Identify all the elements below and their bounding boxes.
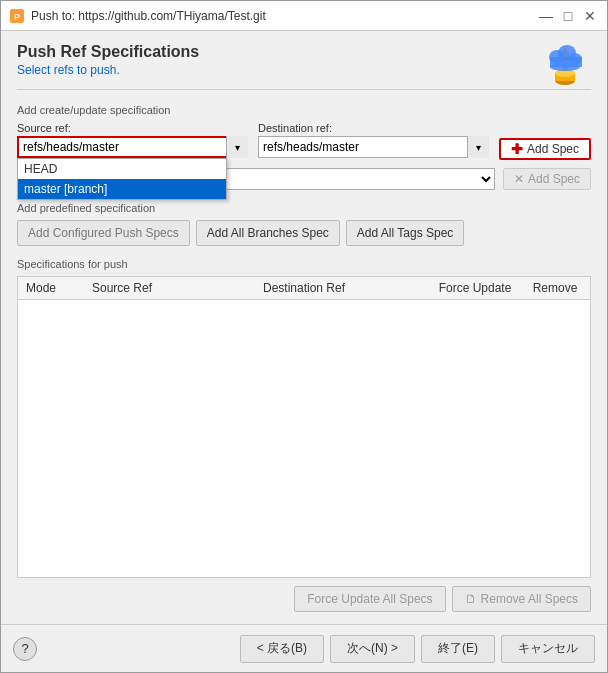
configured-label: Add Configured Push Specs — [28, 226, 179, 240]
add-spec-btn-wrapper: ✚ Add Spec — [499, 122, 591, 160]
divider-top — [17, 89, 591, 90]
ref-form-row: Source ref: ▾ HEAD master [branch] — [17, 122, 591, 160]
add-create-label: Add create/update specification — [17, 104, 591, 116]
footer-left: ? — [13, 637, 37, 661]
col-header-source: Source Ref — [88, 281, 259, 295]
dest-ref-input[interactable] — [258, 136, 489, 158]
source-ref-input-wrapper: ▾ — [17, 136, 248, 158]
add-spec-plus-icon: ✚ — [511, 141, 523, 157]
dest-ref-label: Destination ref: — [258, 122, 489, 134]
source-ref-dropdown-list: HEAD master [branch] — [17, 158, 227, 200]
back-button[interactable]: < 戻る(B) — [240, 635, 324, 663]
specs-table-body — [18, 300, 590, 577]
add-spec-label: Add Spec — [527, 142, 579, 156]
predefined-buttons: Add Configured Push Specs Add All Branch… — [17, 220, 591, 246]
maximize-button[interactable]: □ — [559, 7, 577, 25]
dest-ref-dropdown-arrow[interactable]: ▾ — [467, 136, 489, 158]
bulk-action-buttons: Force Update All Specs 🗋 Remove All Spec… — [17, 586, 591, 612]
finish-button[interactable]: 終了(E) — [421, 635, 495, 663]
cloud-upload-icon — [539, 37, 591, 89]
close-button[interactable]: ✕ — [581, 7, 599, 25]
source-ref-label: Source ref: — [17, 122, 248, 134]
predefined-section: Add predefined specification Add Configu… — [17, 202, 591, 246]
tags-label: Add All Tags Spec — [357, 226, 454, 240]
cloud-icon-area — [539, 37, 591, 92]
footer: ? < 戻る(B) 次へ(N) > 終了(E) キャンセル — [1, 624, 607, 672]
back-label: < 戻る(B) — [257, 641, 307, 655]
page-subtitle: Select refs to push. — [17, 63, 591, 77]
add-spec-delete-x-icon: ✕ — [514, 172, 524, 186]
add-all-tags-spec-button[interactable]: Add All Tags Spec — [346, 220, 465, 246]
add-spec-delete-button: ✕ Add Spec — [503, 168, 591, 190]
add-create-update-section: Add create/update specification Source r… — [17, 104, 591, 190]
force-update-all-label: Force Update All Specs — [307, 592, 432, 606]
branches-label: Add All Branches Spec — [207, 226, 329, 240]
page-header: Push Ref Specifications Select refs to p… — [17, 43, 591, 77]
col-header-dest: Destination Ref — [259, 281, 430, 295]
dropdown-item-master[interactable]: master [branch] — [18, 179, 226, 199]
source-ref-input[interactable] — [17, 136, 248, 158]
app-icon: P — [9, 8, 25, 24]
cancel-button[interactable]: キャンセル — [501, 635, 595, 663]
add-spec-button[interactable]: ✚ Add Spec — [499, 138, 591, 160]
minimize-button[interactable]: — — [537, 7, 555, 25]
add-configured-push-specs-button[interactable]: Add Configured Push Specs — [17, 220, 190, 246]
main-content: Push Ref Specifications Select refs to p… — [1, 31, 607, 624]
specs-table-header: Mode Source Ref Destination Ref Force Up… — [18, 277, 590, 300]
col-header-remove: Remove — [520, 281, 590, 295]
remove-all-icon: 🗋 — [465, 592, 477, 606]
main-window: P Push to: https://github.com/THiyama/Te… — [0, 0, 608, 673]
title-bar: P Push to: https://github.com/THiyama/Te… — [1, 1, 607, 31]
window-title: Push to: https://github.com/THiyama/Test… — [31, 9, 266, 23]
remove-all-specs-button: 🗋 Remove All Specs — [452, 586, 591, 612]
force-update-all-specs-button: Force Update All Specs — [294, 586, 445, 612]
help-button[interactable]: ? — [13, 637, 37, 661]
dropdown-item-head[interactable]: HEAD — [18, 159, 226, 179]
source-ref-wrapper: ▾ HEAD master [branch] — [17, 136, 248, 158]
dest-ref-input-wrapper: ▾ — [258, 136, 489, 158]
remove-all-label: Remove All Specs — [481, 592, 578, 606]
col-header-mode: Mode — [18, 281, 88, 295]
svg-text:P: P — [14, 12, 20, 22]
specs-table: Mode Source Ref Destination Ref Force Up… — [17, 276, 591, 578]
next-button[interactable]: 次へ(N) > — [330, 635, 415, 663]
title-bar-controls: — □ ✕ — [537, 7, 599, 25]
footer-right: < 戻る(B) 次へ(N) > 終了(E) キャンセル — [240, 635, 595, 663]
next-label: 次へ(N) > — [347, 641, 398, 655]
source-ref-group: Source ref: ▾ HEAD master [branch] — [17, 122, 248, 158]
cancel-label: キャンセル — [518, 641, 578, 655]
specs-table-label: Specifications for push — [17, 258, 591, 270]
predefined-label: Add predefined specification — [17, 202, 591, 214]
dest-ref-group: Destination ref: ▾ — [258, 122, 489, 158]
add-spec-delete-label: Add Spec — [528, 172, 580, 186]
finish-label: 終了(E) — [438, 641, 478, 655]
source-ref-dropdown-arrow[interactable]: ▾ — [226, 136, 248, 158]
col-header-force: Force Update — [430, 281, 520, 295]
title-bar-left: P Push to: https://github.com/THiyama/Te… — [9, 8, 266, 24]
help-label: ? — [21, 641, 28, 656]
svg-point-10 — [550, 63, 580, 71]
specs-section: Specifications for push Mode Source Ref … — [17, 258, 591, 612]
add-all-branches-spec-button[interactable]: Add All Branches Spec — [196, 220, 340, 246]
page-title: Push Ref Specifications — [17, 43, 591, 61]
